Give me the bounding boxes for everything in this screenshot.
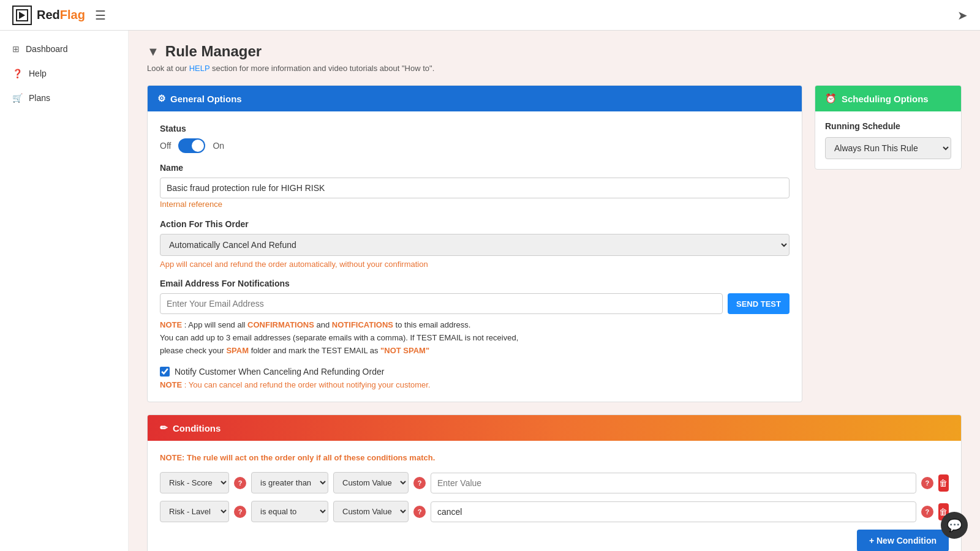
internal-ref-link[interactable]: Internal reference <box>160 200 222 209</box>
value-help-icon-2[interactable]: ? <box>921 506 933 518</box>
general-options-card: ⚙ General Options Status Off On <box>147 85 802 402</box>
clock-icon: ⏰ <box>825 93 837 104</box>
layout: ⊞ Dashboard ❓ Help 🛒 Plans ▼ Rule Manage… <box>0 31 980 551</box>
export-button[interactable]: ➤ <box>957 8 968 23</box>
logo-box <box>12 6 32 25</box>
sidebar-item-plans[interactable]: 🛒 Plans <box>0 86 128 110</box>
edit-icon: ✏ <box>160 422 168 433</box>
send-test-button[interactable]: SEND TEST <box>728 293 790 314</box>
condition-value-input-2[interactable] <box>431 501 916 522</box>
conditions-title: Conditions <box>173 423 221 433</box>
condition-row: Risk - Score Risk - Level Order Total Co… <box>160 472 949 493</box>
condition-type-select-2[interactable]: Custom Value Fixed Value <box>333 501 409 522</box>
general-options-section: ⚙ General Options Status Off On <box>147 85 802 414</box>
filter-icon: ▼ <box>147 45 159 59</box>
email-input[interactable] <box>160 293 723 314</box>
plans-icon: 🛒 <box>12 93 23 103</box>
action-note: App will cancel and refund the order aut… <box>160 260 790 269</box>
condition-operator-select-1[interactable]: is greater than is equal to is less than… <box>251 472 328 493</box>
name-group: Name Internal reference <box>160 163 790 209</box>
logo-icon <box>15 9 29 22</box>
name-label: Name <box>160 163 790 173</box>
gear-icon: ⚙ <box>157 93 165 104</box>
status-group: Status Off On <box>160 124 790 153</box>
notify-note: NOTE : You can cancel and refund the ord… <box>160 380 790 389</box>
new-condition-label: New Condition <box>876 536 937 545</box>
general-options-header: ⚙ General Options <box>148 86 802 111</box>
running-schedule-label: Running Schedule <box>825 121 951 131</box>
action-select[interactable]: Automatically Cancel And Refund Hold Ord… <box>160 234 790 256</box>
type-help-icon-1[interactable]: ? <box>413 477 426 489</box>
email-row: SEND TEST <box>160 293 790 314</box>
value-help-icon-1[interactable]: ? <box>921 477 933 489</box>
page-title: Rule Manager <box>165 43 262 60</box>
notify-label: Notify Customer When Canceling And Refun… <box>175 367 384 377</box>
sidebar-item-help[interactable]: ❓ Help <box>0 61 128 86</box>
type-help-icon-2[interactable]: ? <box>413 506 426 518</box>
plus-icon: + <box>869 536 874 545</box>
status-label: Status <box>160 124 790 133</box>
page-title-row: ▼ Rule Manager <box>147 43 962 60</box>
condition-field-select-2[interactable]: Risk - Lavel Risk - Score Order Total Co… <box>160 501 229 522</box>
sidebar: ⊞ Dashboard ❓ Help 🛒 Plans <box>0 31 129 551</box>
conditions-header: ✏ Conditions <box>148 415 961 441</box>
delete-condition-button-1[interactable]: 🗑 <box>938 474 949 492</box>
logo-text: RedFlag <box>37 8 85 22</box>
sidebar-item-label: Plans <box>29 93 50 103</box>
notify-checkbox[interactable] <box>160 367 170 377</box>
condition-type-select-1[interactable]: Custom Value Fixed Value <box>333 472 409 493</box>
sidebar-item-label: Help <box>29 69 47 78</box>
status-toggle[interactable] <box>178 138 205 153</box>
new-condition-button[interactable]: + New Condition <box>857 530 949 551</box>
conditions-card: ✏ Conditions NOTE: The rule will act on … <box>147 414 962 551</box>
toggle-off-label: Off <box>160 141 171 151</box>
scheduling-title: Scheduling Options <box>842 94 929 104</box>
email-note: NOTE : App will send all CONFIRMATIONS a… <box>160 319 790 357</box>
general-options-body: Status Off On Name Internal reference <box>148 111 802 402</box>
svg-marker-1 <box>19 12 25 19</box>
email-label: Email Address For Notifications <box>160 279 790 288</box>
scheduling-body: Running Schedule Always Run This Rule Ru… <box>815 111 961 169</box>
chat-bubble[interactable]: 💬 <box>941 512 968 539</box>
logo: RedFlag <box>12 6 85 25</box>
notify-checkbox-row: Notify Customer When Canceling And Refun… <box>160 367 790 377</box>
dashboard-icon: ⊞ <box>12 44 20 54</box>
conditions-body: NOTE: The rule will act on the order onl… <box>148 441 961 551</box>
condition-value-input-1[interactable] <box>431 473 916 493</box>
action-group: Action For This Order Automatically Canc… <box>160 219 790 269</box>
field-help-icon-1[interactable]: ? <box>234 477 246 489</box>
schedule-select[interactable]: Always Run This Rule Run Once Run Daily <box>825 137 951 159</box>
scheduling-header: ⏰ Scheduling Options <box>815 86 961 111</box>
content-row: ⚙ General Options Status Off On <box>147 85 962 414</box>
email-group: Email Address For Notifications SEND TES… <box>160 279 790 357</box>
new-condition-row: + New Condition <box>160 530 949 551</box>
sidebar-item-dashboard[interactable]: ⊞ Dashboard <box>0 37 128 61</box>
condition-operator-select-2[interactable]: is equal to is greater than is less than… <box>251 501 328 522</box>
main-content: ▼ Rule Manager Look at our HELP section … <box>129 31 980 551</box>
conditions-note: NOTE: The rule will act on the order onl… <box>160 453 949 462</box>
page-subtitle: Look at our HELP section for more inform… <box>147 64 962 73</box>
condition-field-select-1[interactable]: Risk - Score Risk - Level Order Total Co… <box>160 472 229 493</box>
help-link[interactable]: HELP <box>189 64 210 73</box>
scheduling-section: ⏰ Scheduling Options Running Schedule Al… <box>815 85 962 414</box>
name-input[interactable] <box>160 178 790 198</box>
toggle-on-label: On <box>213 141 224 151</box>
sidebar-item-label: Dashboard <box>26 44 68 54</box>
nav-left: RedFlag ☰ <box>12 6 106 25</box>
top-nav: RedFlag ☰ ➤ <box>0 0 980 31</box>
status-row: Off On <box>160 138 790 153</box>
hamburger-button[interactable]: ☰ <box>95 8 106 23</box>
field-help-icon-2[interactable]: ? <box>234 506 246 518</box>
general-options-title: General Options <box>170 94 242 104</box>
scheduling-card: ⏰ Scheduling Options Running Schedule Al… <box>815 85 962 170</box>
condition-row: Risk - Lavel Risk - Score Order Total Co… <box>160 501 949 522</box>
action-label: Action For This Order <box>160 219 790 229</box>
help-icon: ❓ <box>12 69 23 78</box>
